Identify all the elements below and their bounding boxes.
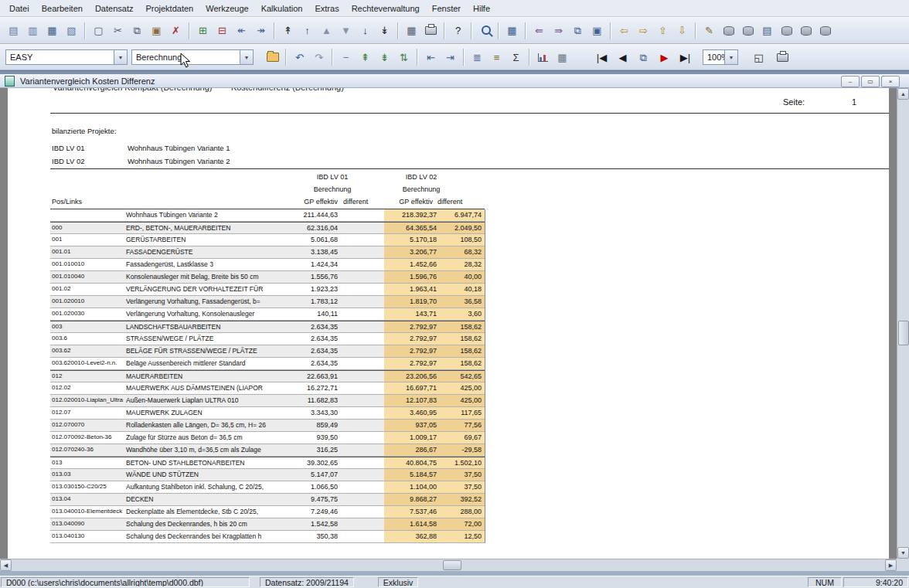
menu-projektdaten[interactable]: Projektdaten — [139, 2, 199, 15]
indent-icon[interactable]: ⇥ — [441, 48, 460, 67]
demote-level-icon[interactable]: ↠ — [251, 21, 271, 40]
horizontal-scrollbar-thumb[interactable] — [443, 560, 461, 570]
report-view-icon[interactable]: ▦ — [43, 21, 62, 40]
insert-below-icon[interactable]: ⇟ — [375, 48, 394, 67]
horizontal-scrollbar[interactable]: ◀ ▶ — [0, 559, 897, 571]
chevron-down-icon[interactable]: ▼ — [724, 50, 737, 64]
doc-paste-icon[interactable]: ▣ — [587, 21, 607, 40]
easy-combo[interactable]: EASY ▼ — [5, 49, 128, 65]
promote-level-icon[interactable]: ↞ — [232, 21, 251, 40]
pos-cell: 013.030150-C20/25 — [52, 483, 126, 490]
db-delete-icon[interactable] — [815, 21, 835, 40]
print-icon[interactable] — [421, 21, 441, 40]
menu-datensatz[interactable]: Datensatz — [89, 2, 140, 15]
transfer-up-icon[interactable]: ⇧ — [653, 21, 672, 40]
table-row: 001GERÜSTARBEITEN5.061,685.170,18108,50 — [50, 234, 485, 246]
close-button[interactable]: × — [881, 76, 900, 87]
move-bottom-icon[interactable]: ↡ — [375, 21, 394, 40]
column-header-gp1: GP effektiv — [263, 198, 338, 206]
copy-icon[interactable]: ⧉ — [128, 21, 147, 40]
print-preview-icon[interactable] — [773, 48, 792, 67]
calculation-combo[interactable]: Berechnung ▼ — [131, 49, 254, 65]
swap-items-icon[interactable]: ⇅ — [394, 48, 414, 67]
chart-icon[interactable] — [533, 48, 553, 67]
doc-import-icon[interactable]: ⇚ — [529, 21, 549, 40]
db-open-icon[interactable] — [719, 21, 738, 40]
outdent-icon[interactable]: ⇤ — [421, 48, 441, 67]
lv02-value-cell: 1.819,70 — [384, 297, 437, 305]
subtotal-icon[interactable]: ≡ — [487, 48, 506, 67]
db-new-icon[interactable]: ▤ — [758, 21, 777, 40]
help-icon[interactable]: ? — [448, 21, 468, 40]
transfer-left-icon[interactable]: ⇦ — [615, 21, 634, 40]
db-save-icon[interactable] — [738, 21, 758, 40]
collapse-icon[interactable]: ▲ — [317, 21, 336, 40]
scroll-up-button[interactable]: ▲ — [897, 88, 909, 100]
grid-icon[interactable]: ▦ — [553, 48, 572, 67]
menu-extras[interactable]: Extras — [308, 2, 345, 15]
vertical-scrollbar[interactable]: ▲ ▼ — [897, 88, 909, 559]
minimize-button[interactable]: – — [841, 76, 860, 87]
expand-icon[interactable]: ▼ — [336, 21, 356, 40]
db-verify-icon[interactable] — [796, 21, 815, 40]
chevron-down-icon[interactable]: ▼ — [240, 50, 253, 64]
delete-level-icon[interactable]: ⊟ — [213, 21, 232, 40]
menu-fenster[interactable]: Fenster — [426, 2, 467, 15]
menu-werkzeuge[interactable]: Werkzeuge — [199, 2, 254, 15]
transfer-down-icon[interactable]: ⇩ — [672, 21, 692, 40]
sum-icon[interactable]: Σ — [506, 48, 526, 67]
table-row: 013.040090Schalung des Deckenrandes, h b… — [50, 518, 485, 531]
paste-icon[interactable]: ▣ — [147, 21, 166, 40]
chevron-down-icon[interactable]: ▼ — [114, 50, 127, 64]
lv01-value-cell: 3.343,30 — [281, 409, 338, 416]
list-icon[interactable]: ≣ — [468, 48, 487, 67]
report-open-icon[interactable]: ▥ — [23, 21, 43, 40]
scroll-down-button[interactable]: ▼ — [897, 547, 909, 559]
prev-page-icon[interactable]: ◀ — [613, 48, 632, 67]
report-export-icon[interactable]: ▧ — [62, 21, 81, 40]
first-page-icon[interactable]: |◀ — [592, 48, 611, 67]
fit-window-icon[interactable]: ◱ — [749, 48, 768, 67]
report-design-icon[interactable]: ▤ — [4, 21, 23, 40]
transfer-right-icon[interactable]: ⇨ — [634, 21, 653, 40]
pos-cell: 001.02 — [52, 285, 126, 292]
move-up-icon[interactable]: ↑ — [298, 21, 317, 40]
cut-icon[interactable]: ✂ — [108, 21, 128, 40]
menu-kalkulation[interactable]: Kalkulation — [255, 2, 309, 15]
lv01-value-cell: 859,49 — [281, 421, 338, 429]
redo-icon[interactable]: ↷ — [309, 48, 329, 67]
insert-above-icon[interactable]: ⇞ — [356, 48, 375, 67]
last-page-icon[interactable]: ▶| — [676, 48, 695, 67]
move-top-icon[interactable]: ↟ — [278, 21, 298, 40]
menu-hilfe[interactable]: Hilfe — [467, 2, 496, 15]
calculator-icon[interactable]: ▦ — [402, 21, 421, 40]
open-folder-icon[interactable] — [263, 48, 282, 67]
scroll-left-button[interactable]: ◀ — [0, 559, 12, 571]
db-import-icon[interactable] — [777, 21, 796, 40]
record-edit-icon[interactable]: ✎ — [700, 21, 719, 40]
doc-copy-icon[interactable]: ⧉ — [568, 21, 587, 40]
remove-item-icon[interactable]: − — [336, 48, 356, 67]
report-clipped-title: Variantenvergleich Kompakt (Berechnung) … — [53, 88, 344, 93]
insert-level-icon[interactable]: ⊞ — [193, 21, 213, 40]
new-document-icon[interactable]: ▢ — [89, 21, 108, 40]
menu-rechteverwaltung[interactable]: Rechteverwaltung — [346, 2, 426, 15]
copy-pages-icon[interactable]: ⧉ — [634, 48, 653, 67]
lv02-value-cell: 2.792,97 — [384, 323, 437, 331]
doc-export-icon[interactable]: ⇛ — [549, 21, 568, 40]
restore-button[interactable]: ▭ — [861, 76, 880, 87]
menu-datei[interactable]: Datei — [3, 2, 36, 15]
vertical-scrollbar-thumb[interactable] — [898, 321, 909, 345]
move-down-icon[interactable]: ↓ — [356, 21, 375, 40]
undo-icon[interactable]: ↶ — [290, 48, 309, 67]
delete-icon[interactable]: ✗ — [166, 21, 186, 40]
difference-cell: 117,65 — [438, 409, 482, 416]
scroll-right-button[interactable]: ▶ — [885, 559, 897, 571]
search-icon[interactable] — [475, 21, 495, 40]
toolbar-separator — [498, 22, 499, 39]
next-page-icon[interactable]: ▶ — [655, 48, 674, 67]
menu-bearbeiten[interactable]: Bearbeiten — [36, 2, 89, 15]
table-icon[interactable]: ▦ — [502, 21, 522, 40]
difference-cell: 77,56 — [438, 421, 482, 429]
zoom-combo[interactable]: 100% ▼ — [703, 49, 738, 65]
